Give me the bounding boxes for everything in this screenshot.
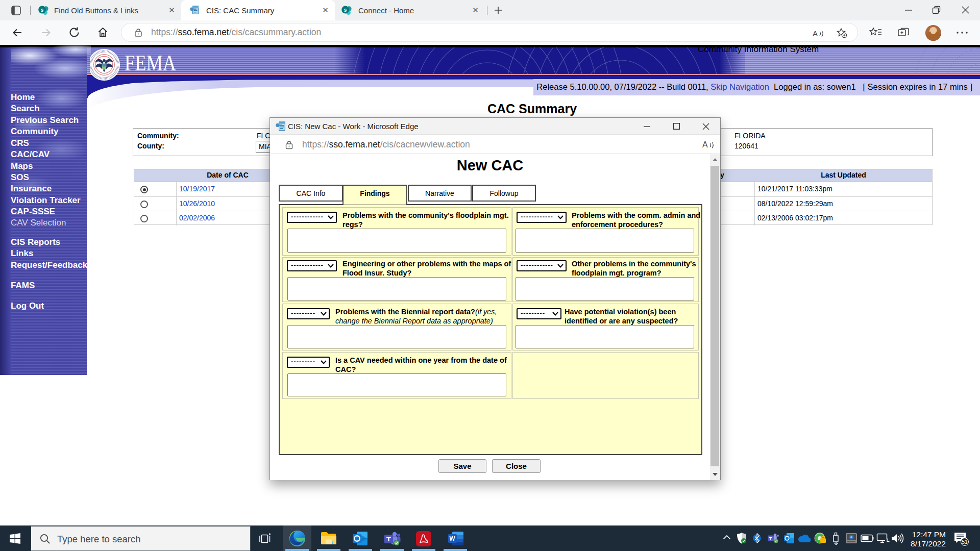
svg-text:s: s [344, 7, 347, 13]
svg-text:s: s [41, 7, 44, 13]
svg-text:51: 51 [962, 539, 968, 545]
svg-text:FEMA: FEMA [125, 51, 176, 76]
